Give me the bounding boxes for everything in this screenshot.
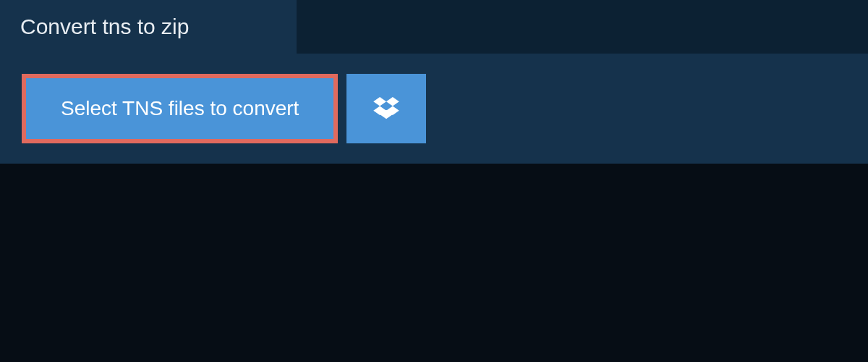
tab-header: Convert tns to zip xyxy=(0,0,297,54)
content-panel: Select TNS files to convert xyxy=(0,54,868,164)
upper-section: Convert tns to zip Select TNS files to c… xyxy=(0,0,868,164)
select-files-label: Select TNS files to convert xyxy=(61,97,299,120)
select-files-button[interactable]: Select TNS files to convert xyxy=(22,74,338,143)
dropbox-icon xyxy=(373,97,399,120)
page-background: Convert tns to zip Select TNS files to c… xyxy=(0,0,868,362)
button-row: Select TNS files to convert xyxy=(22,74,846,143)
page-title: Convert tns to zip xyxy=(20,14,276,39)
dropbox-button[interactable] xyxy=(346,74,426,143)
